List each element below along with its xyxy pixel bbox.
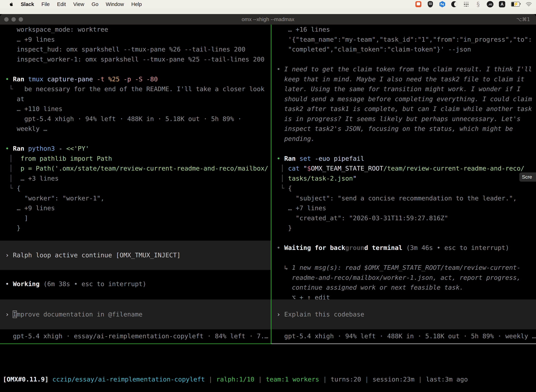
left-prompt-input[interactable]: › Improve documentation in @filename — [0, 299, 271, 329]
text-segment: from pathlib import Path — [13, 155, 112, 162]
text-segment: • — [5, 280, 13, 288]
terminal-line: gpt-5.4 xhigh · essay/ai-reimplementatio… — [5, 331, 271, 341]
terminal-line: • Ran set -euo pipefail — [277, 154, 536, 164]
text-segment: │ — [5, 175, 13, 182]
text-segment: Ralph loop active continue [OMX_TMUX_INJ… — [13, 252, 181, 259]
count-badge-icon[interactable]: ..61 — [487, 1, 493, 7]
terminal-line: • Working (6m 38s • esc to interrupt) — [5, 279, 271, 289]
left-pane-scrollback: workspace_mode: worktree … +9 lines insp… — [0, 25, 271, 233]
text-segment: pending. — [277, 135, 315, 142]
text-segment: be necessary for the end of the README. … — [13, 85, 264, 93]
a-badge-icon[interactable]: A — [499, 1, 505, 7]
text-segment: └ — [5, 85, 13, 93]
screen-overlay-button[interactable]: Scre — [519, 173, 536, 182]
text-segment: continue assigned work or next feasible … — [277, 284, 463, 291]
text-segment: … +16 lines — [277, 26, 330, 33]
text-segment: keep that in mind. Maybe I also need the… — [277, 75, 524, 83]
text-segment: tmux — [28, 75, 47, 83]
text-segment: "subject": "send a concise recommendatio… — [277, 195, 517, 202]
text-segment: -S — [135, 75, 146, 83]
right-pane-scrollback: … +16 lines '{"team_name":"my-team","tas… — [271, 25, 536, 303]
terminal-line: continue assigned work or next feasible … — [277, 283, 536, 293]
dots-grid-icon[interactable] — [463, 1, 469, 7]
menu-go[interactable]: Go — [92, 1, 98, 7]
text-segment: │ — [5, 165, 13, 172]
wifi-icon[interactable] — [526, 1, 532, 8]
text-segment: /team/review-current-readme-and-reco/ — [383, 165, 524, 172]
menu-file[interactable]: File — [42, 1, 50, 7]
text-segment: ↳ — [277, 264, 292, 271]
window-shortcut-badge: ⌥⌘1 — [516, 17, 530, 22]
terminal-line: [OMX#0.11.9] cczip/essay/ai-reimplementa… — [3, 374, 536, 384]
terminal-line: │ … +3 lines — [5, 173, 271, 183]
text-segment: Working — [13, 280, 43, 288]
terminal-line: weekly … — [5, 124, 271, 134]
terminal-line: └ { — [5, 183, 271, 193]
pane-divider-vertical[interactable] — [271, 25, 271, 344]
terminal-line: inspect task2's JSON, focusing on the st… — [277, 124, 536, 134]
menu-app-name[interactable]: Slack — [21, 1, 34, 7]
terminal-line: } — [5, 223, 271, 233]
blue-hex-icon[interactable] — [439, 1, 445, 7]
shield-grid-icon[interactable] — [428, 1, 433, 7]
terminal-line: inspect_worker-1: omx sparkshell --tmux-… — [5, 54, 271, 65]
text-segment: weekly … — [5, 125, 47, 132]
terminal-line: at — [5, 94, 271, 104]
terminal-line: later. Using the same for transition mig… — [277, 84, 536, 94]
terminal-line — [277, 144, 536, 154]
text-segment: { — [284, 185, 292, 192]
menu-view[interactable]: View — [73, 1, 84, 7]
text-segment: gpt-5.4 xhigh · essay/ai-reimplementatio… — [5, 332, 268, 340]
text-segment: … +7 lines — [277, 205, 326, 212]
menu-edit[interactable]: Edit — [57, 1, 66, 7]
text-segment: | — [254, 376, 266, 383]
screen-overlay-label: Scre — [522, 174, 532, 180]
text-cursor: I — [13, 311, 17, 318]
terminal-line: … +9 lines — [5, 35, 271, 45]
text-segment: cat — [288, 165, 303, 172]
text-segment: later. Using the same for transition mig… — [277, 85, 521, 93]
omx-hud-statusline: [OMX#0.11.9] cczip/essay/ai-reimplementa… — [3, 374, 536, 384]
text-segment — [284, 175, 288, 182]
text-segment: "worker": "worker-1", — [5, 195, 105, 202]
chat-app-icon[interactable] — [415, 1, 421, 7]
text-segment: python3 — [28, 145, 58, 152]
text-segment: └ — [277, 185, 284, 192]
text-segment: ] — [5, 215, 28, 222]
menu-help[interactable]: Help — [131, 1, 142, 7]
terminal-line: … +110 lines — [5, 104, 271, 114]
text-segment: turns:20 — [330, 376, 361, 383]
battery-icon[interactable]: ⚡ — [511, 2, 520, 7]
text-segment: └ — [5, 185, 13, 192]
text-segment: (3m 46s • esc to interrupt) — [406, 244, 509, 251]
text-segment: Waiting for back — [284, 244, 345, 251]
text-segment: " — [303, 165, 307, 172]
terminal-line: readme-and-reco/mailbox/worker-1.json, a… — [277, 273, 536, 283]
apple-menu-icon[interactable] — [9, 2, 14, 7]
text-segment: inspect task2's JSON, focusing on the st… — [277, 125, 513, 132]
terminal-line: "subject": "send a concise recommendatio… — [277, 193, 536, 203]
text-segment: %25 — [108, 75, 124, 83]
terminal-line: "worker": "worker-1", — [5, 193, 271, 203]
terminal-line: gpt-5.4 xhigh · 94% left · 488K in · 5.1… — [5, 114, 271, 124]
text-segment: │ — [277, 175, 284, 182]
text-segment: groun — [345, 244, 364, 251]
terminal-line: task2 after task1 is complete, but can I… — [277, 104, 536, 114]
pie-chart-icon[interactable] — [451, 1, 457, 7]
right-prompt-input[interactable]: › Explain this codebase — [271, 299, 536, 329]
text-segment: › — [5, 252, 13, 259]
text-segment: I need to get the claim token from the c… — [284, 65, 532, 73]
text-segment: Ran — [13, 75, 28, 83]
s-curve-icon[interactable]: § — [477, 1, 480, 7]
text-segment: [OMX#0.11.9] — [3, 376, 48, 383]
working-status: • Working (6m 38s • esc to interrupt) — [0, 279, 271, 289]
terminal-line: "completed","claim_token":"claim-token"}… — [277, 44, 536, 54]
menu-window[interactable]: Window — [106, 1, 124, 7]
text-segment: › — [5, 311, 13, 318]
terminal-line: … +16 lines — [277, 25, 536, 35]
text-segment: - — [58, 145, 66, 152]
pane-border-bottom-right — [271, 344, 536, 344]
text-segment: ralph:1/10 — [216, 376, 254, 383]
text-segment: › — [277, 311, 284, 318]
text-segment: -euo pipefail — [315, 155, 364, 162]
